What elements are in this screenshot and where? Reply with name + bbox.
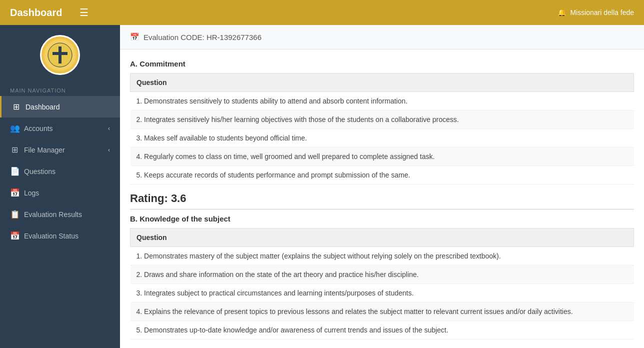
table-row: 5. Demonstrates up-to-date knowledge and… [130,321,634,340]
sidebar-item-evaluation-status[interactable]: 📅 Evaluation Status [0,225,120,246]
section-a-table: Question 1. Demonstrates sensitively to … [130,73,634,184]
section-a-rating: Rating: 3.6 [130,192,634,205]
table-row: 3. Makes self available to students beyo… [130,129,634,148]
sidebar-item-label: Evaluation Results [24,210,82,218]
question-b3: 3. Integrates subject to practical circu… [130,284,634,302]
navbar-user-section: 🔔 Missionari della fede [558,8,634,16]
section-divider [130,209,634,210]
question-b4: 4. Explains the relevance of present top… [130,302,634,321]
sidebar-item-label: Accounts [24,124,53,132]
notification-icon[interactable]: 🔔 [558,8,566,16]
hamburger-icon[interactable]: ☰ [80,6,88,18]
evaluation-status-icon: 📅 [10,231,19,240]
question-b5: 5. Demonstrates up-to-date knowledge and… [130,321,634,340]
question-a4: 4. Regularly comes to class on time, wel… [130,148,634,166]
sidebar-item-label: Logs [24,189,39,197]
table-row: 2. Integrates sensitively his/her learni… [130,110,634,129]
logo-svg [48,42,72,68]
section-b-table: Question 1. Demonstrates mastery of the … [130,228,634,340]
content-header: 📅 Evaluation CODE: HR-1392677366 [120,25,644,50]
question-a3: 3. Makes self available to students beyo… [130,129,634,148]
calendar-icon: 📅 [130,32,140,42]
sidebar-item-dashboard[interactable]: ⊞ Dashboard [0,96,120,118]
section-b: B. Knowledge of the subject Question 1. … [130,214,634,348]
navbar: Dashboard ☰ 🔔 Missionari della fede [0,0,644,25]
file-manager-icon: ⊞ [10,145,19,154]
navbar-brand: Dashboard [10,7,62,18]
table-row: 3. Integrates subject to practical circu… [130,284,634,302]
layout: MAIN NAVIGATION ⊞ Dashboard 👥 Accounts ‹… [0,25,644,348]
sidebar-item-logs[interactable]: 📅 Logs [0,182,120,204]
sidebar-item-accounts[interactable]: 👥 Accounts ‹ [0,118,120,139]
table-row: 5. Keeps accurate records of students pe… [130,166,634,184]
chevron-right-icon: ‹ [108,146,110,154]
sidebar-item-label: Dashboard [26,103,60,111]
logs-icon: 📅 [10,188,19,198]
main-content: 📅 Evaluation CODE: HR-1392677366 A. Comm… [120,25,644,348]
question-b2: 2. Draws and share information on the st… [130,266,634,284]
section-a-table-header: Question [130,74,634,92]
table-row: 1. Demonstrates sensitively to students … [130,92,634,110]
questions-icon: 📄 [10,166,19,176]
question-a5: 5. Keeps accurate records of students pe… [130,166,634,184]
question-a1: 1. Demonstrates sensitively to students … [130,92,634,110]
section-b-table-header: Question [130,228,634,247]
table-row: 2. Draws and share information on the st… [130,266,634,284]
sidebar-item-file-manager[interactable]: ⊞ File Manager ‹ [0,139,120,160]
dashboard-icon: ⊞ [12,102,20,112]
sidebar-item-label: File Manager [24,146,65,154]
chevron-right-icon: ‹ [108,125,110,132]
table-row: 1. Demonstrates mastery of the subject m… [130,247,634,266]
question-b1: 1. Demonstrates mastery of the subject m… [130,247,634,266]
sidebar: MAIN NAVIGATION ⊞ Dashboard 👥 Accounts ‹… [0,25,120,348]
logo-inner [42,38,78,72]
sidebar-item-questions[interactable]: 📄 Questions [0,160,120,182]
section-a-title: A. Commitment [130,60,634,68]
table-row: 4. Regularly comes to class on time, wel… [130,148,634,166]
svg-rect-2 [52,52,68,55]
section-b-title: B. Knowledge of the subject [130,214,634,223]
sidebar-logo [0,25,120,80]
sidebar-item-evaluation-results[interactable]: 📋 Evaluation Results [0,204,120,225]
accounts-icon: 👥 [10,124,19,133]
sidebar-item-label: Questions [24,168,56,176]
evaluation-results-icon: 📋 [10,210,19,219]
table-row: 4. Explains the relevance of present top… [130,302,634,321]
evaluation-code: Evaluation CODE: HR-1392677366 [144,33,262,42]
question-a2: 2. Integrates sensitively his/her learni… [130,110,634,129]
user-name: Missionari della fede [570,8,634,16]
content-body: A. Commitment Question 1. Demonstrates s… [120,50,644,348]
sidebar-item-label: Evaluation Status [24,232,78,240]
section-a: A. Commitment Question 1. Demonstrates s… [130,60,634,210]
logo-circle [40,35,80,75]
nav-section-label: MAIN NAVIGATION [0,80,120,96]
